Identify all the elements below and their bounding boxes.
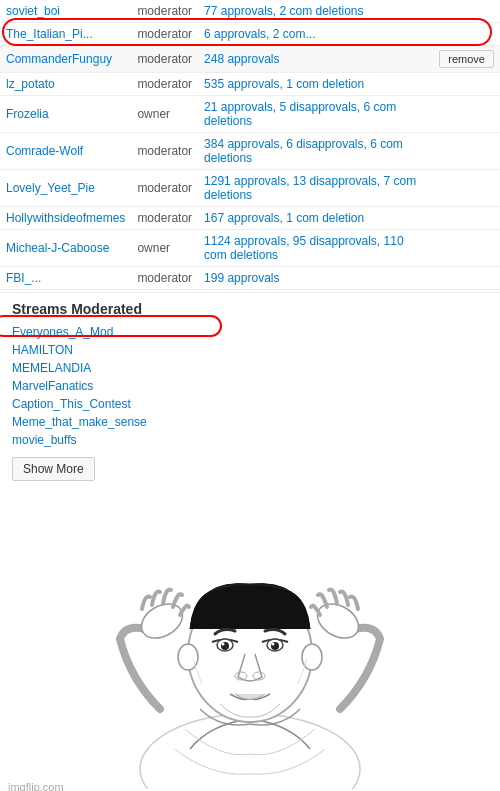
empty-cell xyxy=(433,0,500,23)
role-cell: moderator xyxy=(131,73,198,96)
remove-cell: remove xyxy=(433,46,500,73)
user-cell: Micheal-J-Caboose xyxy=(0,230,131,267)
meme-image-section xyxy=(0,489,500,791)
user-link[interactable]: Micheal-J-Caboose xyxy=(6,241,109,255)
empty-cell xyxy=(433,23,500,46)
role-cell: moderator xyxy=(131,0,198,23)
role-cell: moderator xyxy=(131,133,198,170)
stats-cell: 1124 approvals, 95 disapprovals, 110 com… xyxy=(198,230,433,267)
user-cell: Hollywithsideofmemes xyxy=(0,207,131,230)
remove-button[interactable]: remove xyxy=(439,50,494,68)
footer: imgflip.com xyxy=(8,781,64,791)
user-link[interactable]: Lovely_Yeet_Pie xyxy=(6,181,95,195)
role-cell: moderator xyxy=(131,267,198,290)
table-row: Micheal-J-Cabooseowner1124 approvals, 95… xyxy=(0,230,500,267)
stats-cell: 167 approvals, 1 com deletion xyxy=(198,207,433,230)
role-cell: owner xyxy=(131,230,198,267)
streams-title: Streams Moderated xyxy=(12,301,488,317)
stats-cell: 1291 approvals, 13 disapprovals, 7 com d… xyxy=(198,170,433,207)
stream-link[interactable]: movie_buffs xyxy=(12,431,488,449)
user-cell: soviet_boi xyxy=(0,0,131,23)
role-cell: moderator xyxy=(131,46,198,73)
role-cell: moderator xyxy=(131,23,198,46)
table-row: Lovely_Yeet_Piemoderator1291 approvals, … xyxy=(0,170,500,207)
mod-table-container: soviet_boimoderator77 approvals, 2 com d… xyxy=(0,0,500,290)
empty-cell xyxy=(433,207,500,230)
role-cell: owner xyxy=(131,96,198,133)
stats-cell: 248 approvals xyxy=(198,46,433,73)
user-cell: Lovely_Yeet_Pie xyxy=(0,170,131,207)
mod-table: soviet_boimoderator77 approvals, 2 com d… xyxy=(0,0,500,290)
stream-link[interactable]: Meme_that_make_sense xyxy=(12,413,488,431)
user-link[interactable]: FBI_... xyxy=(6,271,41,285)
user-link[interactable]: CommanderFunguy xyxy=(6,52,112,66)
table-row: lz_potatomoderator535 approvals, 1 com d… xyxy=(0,73,500,96)
table-row: soviet_boimoderator77 approvals, 2 com d… xyxy=(0,0,500,23)
table-row: The_Italian_Pi...moderator6 approvals, 2… xyxy=(0,23,500,46)
table-row: Comrade-Wolfmoderator384 approvals, 6 di… xyxy=(0,133,500,170)
user-cell: lz_potato xyxy=(0,73,131,96)
user-link[interactable]: Comrade-Wolf xyxy=(6,144,83,158)
empty-cell xyxy=(433,73,500,96)
streams-section: Streams Moderated Everyones_A_ModHAMILTO… xyxy=(0,292,500,489)
table-row: CommanderFunguymoderator248 approvalsrem… xyxy=(0,46,500,73)
stats-cell: 384 approvals, 6 disapprovals, 6 com del… xyxy=(198,133,433,170)
stream-link[interactable]: Everyones_A_Mod xyxy=(12,323,488,341)
table-row: FBI_...moderator199 approvals xyxy=(0,267,500,290)
empty-cell xyxy=(433,170,500,207)
role-cell: moderator xyxy=(131,170,198,207)
role-cell: moderator xyxy=(131,207,198,230)
svg-point-7 xyxy=(222,643,225,646)
table-row: Frozeliaowner21 approvals, 5 disapproval… xyxy=(0,96,500,133)
user-cell: FBI_... xyxy=(0,267,131,290)
empty-cell xyxy=(433,230,500,267)
empty-cell xyxy=(433,133,500,170)
stats-cell: 535 approvals, 1 com deletion xyxy=(198,73,433,96)
user-cell: Frozelia xyxy=(0,96,131,133)
stream-link[interactable]: Caption_This_Contest xyxy=(12,395,488,413)
user-link[interactable]: soviet_boi xyxy=(6,4,60,18)
stream-link[interactable]: MEMELANDIA xyxy=(12,359,488,377)
stream-link[interactable]: HAMILTON xyxy=(12,341,488,359)
stats-cell: 6 approvals, 2 com... xyxy=(198,23,433,46)
show-more-button[interactable]: Show More xyxy=(12,457,95,481)
user-cell: CommanderFunguy xyxy=(0,46,131,73)
user-link[interactable]: The_Italian_Pi... xyxy=(6,27,93,41)
footer-text: imgflip.com xyxy=(8,781,64,791)
stats-cell: 21 approvals, 5 disapprovals, 6 com dele… xyxy=(198,96,433,133)
stats-cell: 77 approvals, 2 com deletions xyxy=(198,0,433,23)
table-row: Hollywithsideofmemesmoderator167 approva… xyxy=(0,207,500,230)
user-link[interactable]: Hollywithsideofmemes xyxy=(6,211,125,225)
user-link[interactable]: Frozelia xyxy=(6,107,49,121)
user-cell: Comrade-Wolf xyxy=(0,133,131,170)
stats-cell: 199 approvals xyxy=(198,267,433,290)
empty-cell xyxy=(433,267,500,290)
user-link[interactable]: lz_potato xyxy=(6,77,55,91)
jackie-chan-meme xyxy=(90,509,410,789)
stream-link[interactable]: MarvelFanatics xyxy=(12,377,488,395)
empty-cell xyxy=(433,96,500,133)
svg-point-10 xyxy=(272,643,275,646)
user-cell: The_Italian_Pi... xyxy=(0,23,131,46)
